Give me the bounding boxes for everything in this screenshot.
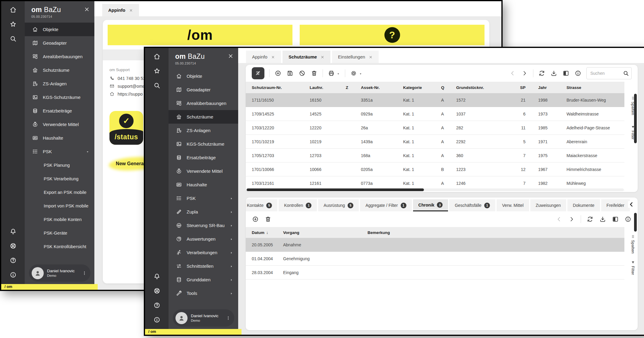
columns-layout-icon[interactable] <box>612 216 619 223</box>
column-header-q[interactable]: Q <box>437 85 453 90</box>
sidebar-item-steuerung-sr-bau[interactable]: Steuerung SR-Bau <box>169 219 238 232</box>
sidebar-item-psk-planung[interactable]: PSK Planung <box>25 158 94 172</box>
collapse-panel-icon[interactable] <box>628 201 635 208</box>
sidebar-item-export-an-psk-mobile[interactable]: Export an PSK mobile <box>25 185 94 199</box>
sidebar-item-psk-mobile-konten[interactable]: PSK mobile Konten <box>25 213 94 226</box>
cancel-icon[interactable] <box>298 70 306 77</box>
detail-tab-zuweisungen[interactable]: Zuweisungen <box>530 199 566 211</box>
tab-appinfo[interactable]: Appinfo <box>102 4 139 16</box>
sidebar-item-kgs-schutzräume[interactable]: KGS-Schutzräume <box>25 90 94 104</box>
save-icon[interactable] <box>286 70 294 77</box>
toggle-filter-row-button[interactable] <box>252 67 264 79</box>
column-header-jahr[interactable]: Jahr <box>535 85 563 90</box>
close-icon[interactable] <box>320 55 324 59</box>
tab-einstellungen[interactable]: Einstellungen <box>332 51 379 63</box>
sidebar-item-psk[interactable]: PSK <box>169 191 238 205</box>
columns-panel-toggle[interactable]: Spalten <box>631 96 635 115</box>
home-icon[interactable] <box>9 6 17 14</box>
help-question-icon[interactable]: ? <box>384 27 400 43</box>
detail-tab-chronik[interactable]: Chronik3 <box>413 199 448 211</box>
refresh-icon[interactable] <box>586 216 594 223</box>
table-row[interactable]: 1709/14525145250929aKat. 1A103761973Wald… <box>246 107 624 121</box>
prev-record-icon[interactable] <box>555 216 563 223</box>
sidebar-item-arealüberbauungen[interactable]: Arealüberbauungen <box>169 96 238 110</box>
detail-tab-kontakte[interactable]: Kontakte5 <box>246 199 277 211</box>
table-row[interactable]: 1701/10066100660205aKat. 1B1223121967Him… <box>246 163 624 176</box>
info-icon[interactable] <box>9 271 17 279</box>
sidebar-item-verarbeitungen[interactable]: Verarbeitungen <box>169 246 238 259</box>
export-download-icon[interactable] <box>599 216 606 223</box>
close-icon[interactable] <box>271 55 275 59</box>
column-header-sp[interactable]: SP <box>513 85 535 90</box>
sidebar-item-schutzräume[interactable]: Schutzräume <box>169 110 238 124</box>
sidebar-item-schnittstellen[interactable]: Schnittstellen <box>169 259 238 273</box>
tab-schutzräume[interactable]: Schutzräume <box>283 51 330 63</box>
sidebar-item-zupla[interactable]: Zupla <box>169 205 238 219</box>
sidebar-item-auswertungen[interactable]: Auswertungen <box>169 232 238 246</box>
sidebar-item-psk[interactable]: PSK <box>25 145 94 158</box>
column-header-laufnr[interactable]: Laufnr. <box>306 85 342 90</box>
refresh-icon[interactable] <box>538 70 545 77</box>
sidebar-item-arealüberbauungen[interactable]: Arealüberbauungen <box>25 50 94 63</box>
delete-icon[interactable] <box>264 216 272 223</box>
search-icon[interactable] <box>153 82 161 89</box>
column-header-assek-nr[interactable]: Assek-Nr. <box>357 85 399 90</box>
sidebar-item-schutzräume[interactable]: Schutzräume <box>25 63 94 77</box>
sidebar-item-zs-anlagen[interactable]: ZS-Anlagen <box>25 77 94 90</box>
status-service-badge[interactable]: ✓ /status <box>109 111 143 145</box>
close-icon[interactable] <box>369 55 373 59</box>
kebab-menu-icon[interactable] <box>226 316 231 321</box>
sidebar-item-psk-geräte[interactable]: PSK-Geräte <box>25 226 94 240</box>
table-row[interactable]: 1701/10219102191439aKat. 1A229251971Aber… <box>246 135 624 149</box>
sidebar-item-objekte[interactable]: Objekte <box>25 23 94 36</box>
help-icon[interactable] <box>153 302 161 309</box>
column-header-z[interactable]: Z <box>342 85 357 90</box>
sidebar-item-objekte[interactable]: Objekte <box>169 69 238 83</box>
sidebar-item-verwendete-mittel[interactable]: Verwendete Mittel <box>169 164 238 178</box>
sidebar-item-ersatzbeiträge[interactable]: Ersatzbeiträge <box>169 151 238 164</box>
detail-tab-ausrüstung[interactable]: Ausrüstung5 <box>318 199 359 211</box>
column-header-kategorie[interactable]: Kategorie <box>399 85 437 90</box>
detail-tab-aggregate-filter[interactable]: Aggregate / Filter1 <box>360 199 412 211</box>
export-download-icon[interactable] <box>550 70 557 77</box>
prev-record-icon[interactable] <box>509 70 516 77</box>
help-icon[interactable] <box>9 257 17 264</box>
table-row[interactable]: 1705/1270312703168aKat. 1A36071975Maiack… <box>246 149 624 163</box>
columns-layout-icon[interactable] <box>562 70 570 77</box>
vertical-scrollbar[interactable] <box>634 213 637 232</box>
next-record-icon[interactable] <box>568 216 575 223</box>
sidebar-item-geoadapter[interactable]: Geoadapter <box>169 83 238 96</box>
settings-menu-button[interactable] <box>350 70 362 77</box>
sidebar-item-ersatzbeiträge[interactable]: Ersatzbeiträge <box>25 104 94 118</box>
favorites-star-icon[interactable] <box>153 67 161 75</box>
support-lifebuoy-icon[interactable] <box>9 242 17 250</box>
search-icon[interactable] <box>623 70 629 77</box>
grid-info-icon[interactable] <box>574 70 582 77</box>
table-row[interactable]: 20.05.2005Abnahme <box>246 238 624 252</box>
delete-icon[interactable] <box>311 70 318 77</box>
detail-tab-geschäftsfälle[interactable]: Geschäftsfälle1 <box>449 199 495 211</box>
sidebar-item-verwendete-mittel[interactable]: Verwendete Mittel <box>25 118 94 131</box>
tab-appinfo[interactable]: Appinfo <box>246 51 281 63</box>
detail-tab-kontrollen[interactable]: Kontrollen1 <box>279 199 317 211</box>
sidebar-item-psk-verarbeitung[interactable]: PSK Verarbeitung <box>25 172 94 185</box>
column-header-vorgang[interactable]: Vorgang <box>279 230 364 235</box>
table-row[interactable]: 1711/16150161503351aKat. 1A1572211998Bru… <box>246 93 624 107</box>
column-header-grundstücknr[interactable]: Grundstücknr. <box>453 85 513 90</box>
print-menu-button[interactable] <box>328 70 340 77</box>
add-record-icon[interactable] <box>252 216 259 223</box>
table-row[interactable]: 28.03.2004Eingang <box>246 266 624 280</box>
detail-tab-dokumente[interactable]: Dokumente <box>567 199 600 211</box>
support-lifebuoy-icon[interactable] <box>153 287 161 295</box>
column-header-strasse[interactable]: Strasse <box>563 85 624 90</box>
info-icon[interactable] <box>153 316 161 324</box>
next-record-icon[interactable] <box>521 70 528 77</box>
add-record-icon[interactable] <box>274 70 282 77</box>
close-icon[interactable] <box>129 8 133 12</box>
close-icon[interactable] <box>84 6 90 12</box>
detail-tab-freifelder[interactable]: Freifelder <box>601 199 630 211</box>
sidebar-item-psk-kontrollübersicht[interactable]: PSK Kontrollübersicht <box>25 240 94 253</box>
close-icon[interactable] <box>228 53 234 59</box>
home-icon[interactable] <box>153 53 161 60</box>
notifications-bell-icon[interactable] <box>9 228 17 235</box>
